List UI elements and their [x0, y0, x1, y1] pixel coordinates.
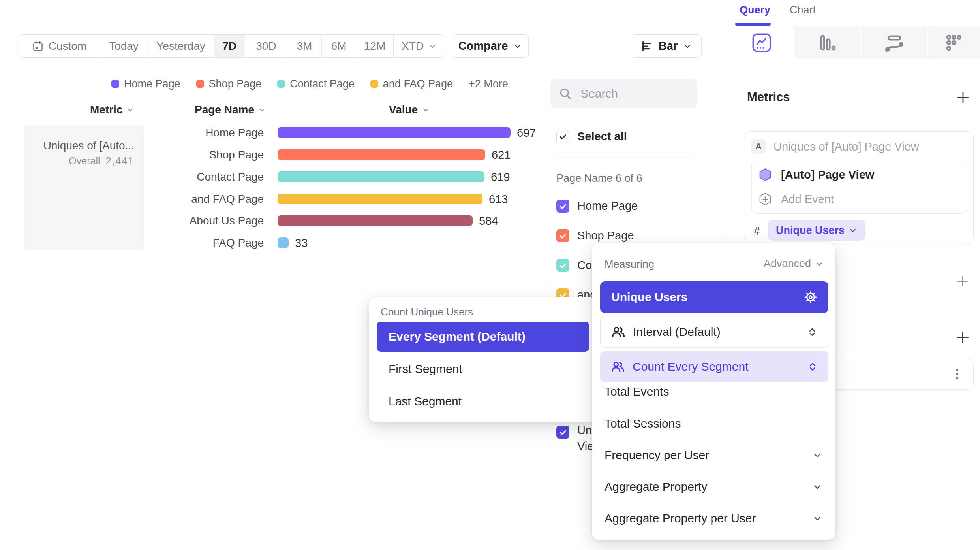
bar-value: 621 [492, 149, 511, 162]
add-metric-button[interactable] [956, 90, 971, 105]
funnels-icon [817, 32, 838, 53]
tab-funnels[interactable] [794, 26, 860, 59]
bar[interactable] [278, 127, 511, 138]
metric-title: Uniques of [Auto... [32, 139, 134, 152]
metric-card: A Uniques of [Auto] Page View [Auto] Pag… [744, 131, 974, 244]
bar-value: 697 [517, 126, 536, 139]
event-hexagon-icon [758, 168, 772, 182]
bar[interactable] [278, 215, 473, 226]
select-all-row[interactable]: Select all [556, 130, 627, 143]
date-range-7d[interactable]: 7D [214, 35, 245, 57]
bar-value: 613 [489, 193, 508, 206]
date-range-6m[interactable]: 6M [322, 35, 356, 57]
chevron-down-icon [812, 450, 822, 460]
date-range-12m[interactable]: 12M [356, 35, 394, 57]
bar-value: 619 [491, 171, 510, 184]
select-all-checkbox[interactable] [556, 130, 569, 143]
segment-option-every-segment[interactable]: Every Segment (Default) [377, 322, 589, 352]
kebab-menu-icon[interactable] [950, 367, 965, 382]
row-label: and FAQ Page [150, 193, 264, 205]
checkbox-checked[interactable] [556, 259, 569, 272]
legend-item[interactable]: Home Page [111, 78, 180, 90]
checkbox-checked[interactable] [556, 200, 569, 213]
add-filter-button[interactable] [956, 274, 970, 288]
bar[interactable] [278, 171, 484, 182]
chart-legend: Home Page Shop Page Contact Page and FAQ… [111, 77, 508, 90]
updown-chevrons-icon [807, 326, 818, 337]
date-range-3m[interactable]: 3M [287, 35, 322, 57]
chevron-down-icon [422, 106, 430, 114]
chevron-down-icon [812, 513, 822, 524]
date-range-xtd[interactable]: XTD [394, 35, 444, 57]
users-icon [611, 324, 626, 339]
count-every-segment-selector[interactable]: Count Every Segment [600, 351, 828, 382]
bar[interactable] [278, 237, 289, 248]
filter-section-label: Page Name 6 of 6 [556, 172, 642, 185]
gear-icon[interactable] [804, 290, 817, 304]
measuring-option-frequency-per-user[interactable]: Frequency per User [605, 448, 822, 462]
bar[interactable] [278, 149, 485, 160]
legend-item[interactable]: Contact Page [277, 78, 355, 90]
row-label: Contact Page [150, 171, 264, 183]
metrics-heading: Metrics [747, 90, 790, 104]
divider [550, 158, 697, 158]
bar[interactable] [278, 194, 482, 204]
date-range-today[interactable]: Today [100, 35, 148, 57]
metric-summary-card[interactable]: Uniques of [Auto... Overall 2,441 [24, 125, 144, 250]
chevron-down-icon [513, 42, 522, 51]
date-range-custom[interactable]: Custom [19, 35, 100, 57]
chevron-down-icon [428, 42, 436, 50]
active-tab-underline [735, 23, 771, 26]
add-breakdown-button[interactable] [955, 330, 971, 345]
retention-icon [944, 32, 964, 53]
advanced-toggle[interactable]: Advanced [764, 258, 824, 270]
bar-chart-icon [640, 40, 653, 53]
metric-card-header[interactable]: A Uniques of [Auto] Page View [751, 139, 919, 154]
filter-item-shop-page[interactable]: Shop Page [556, 229, 634, 242]
legend-item[interactable]: and FAQ Page [370, 78, 453, 90]
row-label: Home Page [150, 126, 264, 139]
flows-icon [884, 32, 905, 53]
measuring-option-aggregate-property-per-user[interactable]: Aggregate Property per User [605, 511, 822, 526]
date-range-yesterday[interactable]: Yesterday [148, 35, 214, 57]
chart-type-button[interactable]: Bar [631, 34, 702, 58]
event-row[interactable]: [Auto] Page View [758, 166, 874, 183]
metric-card-title: Uniques of [Auto] Page View [773, 140, 919, 153]
date-range-30d[interactable]: 30D [245, 35, 287, 57]
measuring-option-aggregate-property[interactable]: Aggregate Property [605, 480, 822, 494]
compare-button[interactable]: Compare [452, 34, 529, 58]
row-label: Shop Page [150, 149, 264, 161]
tab-query[interactable]: Query [740, 4, 770, 16]
filter-item-truncated[interactable] [556, 426, 569, 439]
checkbox-checked[interactable] [556, 426, 569, 439]
tab-retention[interactable] [928, 26, 980, 59]
column-header-value[interactable]: Value [389, 104, 430, 116]
legend-more[interactable]: +2 More [469, 78, 508, 90]
search-icon [558, 87, 573, 101]
filter-item-home-page[interactable]: Home Page [556, 200, 638, 213]
tab-flows[interactable] [861, 26, 927, 59]
measuring-option-total-events[interactable]: Total Events [605, 384, 822, 399]
segment-option-last-segment[interactable]: Last Segment [389, 394, 462, 409]
add-event-label: Add Event [781, 193, 834, 206]
row-label: About Us Page [150, 215, 264, 227]
segment-option-first-segment[interactable]: First Segment [389, 362, 462, 376]
measuring-option-unique-users[interactable]: Unique Users [600, 281, 828, 313]
count-symbol: # [754, 225, 760, 237]
chevron-down-icon [812, 482, 822, 492]
event-block: [Auto] Page View Add Event [751, 161, 967, 214]
checkbox-checked[interactable] [556, 229, 569, 242]
segment-popover: Count Unique Users Every Segment (Defaul… [369, 297, 597, 422]
column-header-page-name[interactable]: Page Name [195, 104, 266, 116]
tab-chart[interactable]: Chart [790, 4, 816, 16]
legend-item[interactable]: Shop Page [196, 78, 262, 90]
column-header-metric[interactable]: Metric [90, 104, 134, 116]
interval-selector[interactable]: Interval (Default) [600, 316, 828, 348]
measuring-option-total-sessions[interactable]: Total Sessions [605, 416, 822, 431]
updown-chevrons-icon [807, 361, 818, 372]
tab-insights[interactable] [728, 26, 794, 59]
bar-value: 584 [479, 215, 498, 228]
unique-users-chip[interactable]: Unique Users [768, 220, 865, 241]
add-event-row[interactable]: Add Event [758, 190, 834, 208]
calendar-icon [32, 40, 44, 52]
